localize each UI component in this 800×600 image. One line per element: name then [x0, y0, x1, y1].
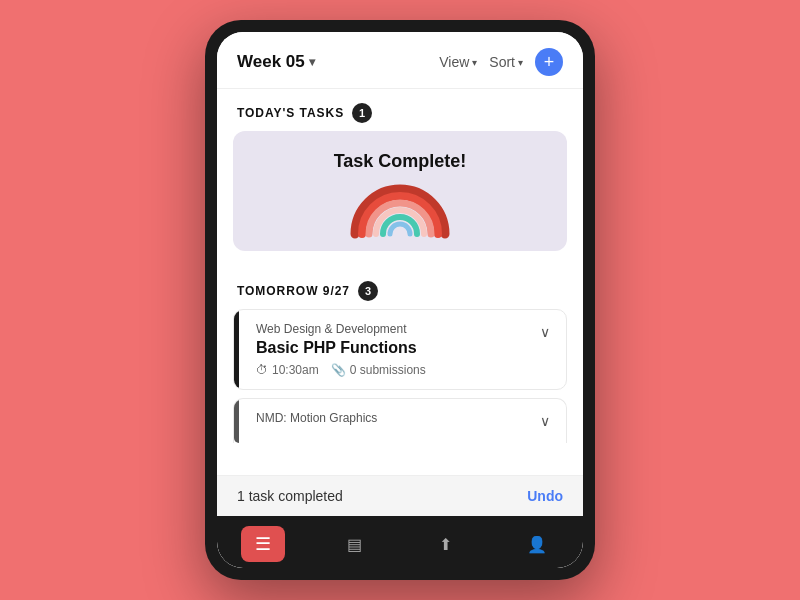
- notes-tab-icon: ▤: [347, 535, 362, 554]
- notification-bar: 1 task completed Undo: [217, 475, 583, 516]
- paperclip-icon: 📎: [331, 363, 346, 377]
- view-button[interactable]: View ▾: [439, 54, 477, 70]
- task-expand-button[interactable]: ∨: [538, 322, 552, 342]
- task-complete-card: Task Complete!: [233, 131, 567, 251]
- clock-icon: ⏱: [256, 363, 268, 377]
- profile-tab-icon: 👤: [527, 535, 547, 554]
- task-name: Basic PHP Functions: [256, 339, 538, 357]
- task-meta: ⏱ 10:30am 📎 0 submissions: [256, 363, 538, 377]
- upload-tab-icon: ⬆: [439, 535, 452, 554]
- tomorrow-title: TOMORROW 9/27: [237, 284, 350, 298]
- tab-notes[interactable]: ▤: [332, 526, 376, 562]
- phone-screen: Week 05 ▾ View ▾ Sort ▾ + TO: [217, 32, 583, 568]
- notification-text: 1 task completed: [237, 488, 343, 504]
- sort-button[interactable]: Sort ▾: [489, 54, 523, 70]
- content-area: TODAY'S TASKS 1 Task Complete!: [217, 89, 583, 475]
- today-section-header: TODAY'S TASKS 1: [217, 89, 583, 131]
- undo-button[interactable]: Undo: [527, 488, 563, 504]
- tomorrow-section-header: TOMORROW 9/27 3: [217, 267, 583, 309]
- task-complete-text: Task Complete!: [334, 151, 467, 172]
- tasks-tab-icon: ☰: [255, 533, 271, 555]
- tab-upload[interactable]: ⬆: [424, 526, 468, 562]
- task-item-content: Web Design & Development Basic PHP Funct…: [248, 322, 538, 377]
- tab-tasks[interactable]: ☰: [241, 526, 285, 562]
- today-title: TODAY'S TASKS: [237, 106, 344, 120]
- phone-shell: Week 05 ▾ View ▾ Sort ▾ + TO: [205, 20, 595, 580]
- task-expand-button-2[interactable]: ∨: [538, 411, 552, 431]
- rainbow-illustration: [350, 184, 450, 239]
- add-button[interactable]: +: [535, 48, 563, 76]
- week-label: Week 05: [237, 52, 305, 72]
- task-item-partial-content: NMD: Motion Graphics: [248, 411, 538, 428]
- header-actions: View ▾ Sort ▾ +: [439, 48, 563, 76]
- today-badge: 1: [352, 103, 372, 123]
- task-submissions: 📎 0 submissions: [331, 363, 426, 377]
- week-chevron: ▾: [309, 55, 315, 69]
- header: Week 05 ▾ View ▾ Sort ▾ +: [217, 32, 583, 89]
- task-time: ⏱ 10:30am: [256, 363, 319, 377]
- header-title[interactable]: Week 05 ▾: [237, 52, 315, 72]
- task-category-partial: NMD: Motion Graphics: [256, 411, 538, 425]
- tab-bar: ☰ ▤ ⬆ 👤: [217, 516, 583, 568]
- task-category: Web Design & Development: [256, 322, 538, 336]
- tab-profile[interactable]: 👤: [515, 526, 559, 562]
- task-item-partial[interactable]: NMD: Motion Graphics ∨: [233, 398, 567, 443]
- task-item[interactable]: Web Design & Development Basic PHP Funct…: [233, 309, 567, 390]
- tomorrow-badge: 3: [358, 281, 378, 301]
